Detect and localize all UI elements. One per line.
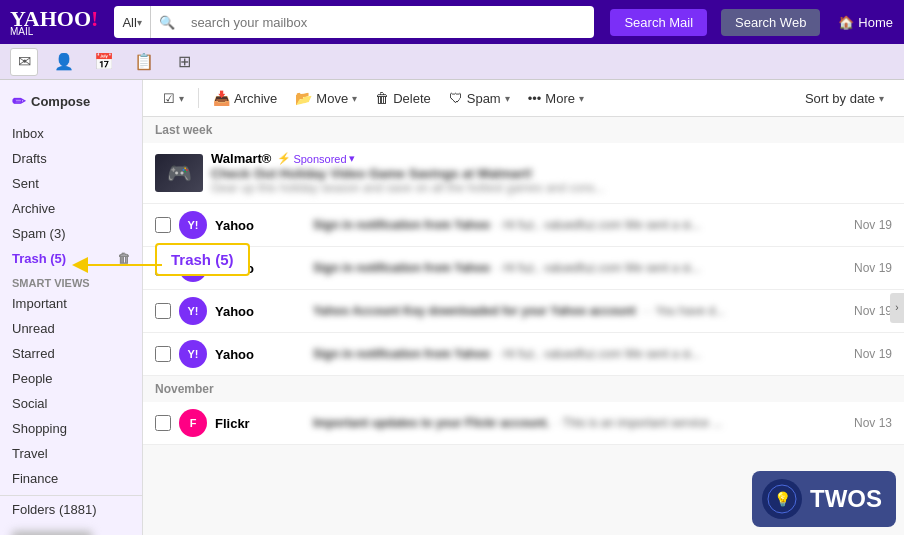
envelope-icon[interactable]: ✉	[10, 48, 38, 76]
date-yahoo4: Nov 19	[842, 347, 892, 361]
walmart-info: Walmart® ⚡ Sponsored ▾ Check Out Holiday…	[211, 151, 892, 195]
sidebar-item-social[interactable]: Social	[0, 391, 142, 416]
subject-yahoo1: Sign in notification from Yahoo · Hi fuz…	[313, 218, 834, 232]
sidebar-item-shopping[interactable]: Shopping	[0, 416, 142, 441]
yahoo-avatar: Y!	[179, 211, 207, 239]
week-label-2: November	[143, 376, 904, 402]
search-input[interactable]	[183, 15, 595, 30]
inbox-label: Inbox	[12, 126, 44, 141]
delete-icon: 🗑	[375, 90, 389, 106]
email-row-flickr[interactable]: F Flickr Important updates to your Flick…	[143, 402, 904, 445]
sidebar-item-account[interactable]	[0, 526, 142, 535]
spam-button[interactable]: 🛡 Spam ▾	[441, 86, 518, 110]
email-checkbox[interactable]	[155, 217, 171, 233]
sidebar-item-finance[interactable]: Finance	[0, 466, 142, 491]
chevron-down-icon: ▾	[579, 93, 584, 104]
icon-bar: ✉ 👤 📅 📋 ⊞	[0, 44, 904, 80]
walmart-thumbnail: 🎮	[155, 154, 203, 192]
folders-label: Folders (1881)	[12, 502, 97, 517]
main-layout: ✏ Compose Inbox Drafts Sent Archive Spam…	[0, 80, 904, 535]
chevron-down-icon: ▾	[137, 17, 142, 28]
sidebar-item-spam[interactable]: Spam (3)	[0, 221, 142, 246]
compose-button[interactable]: ✏ Compose	[0, 86, 142, 117]
travel-label: Travel	[12, 446, 48, 461]
sender-yahoo3: Yahoo	[215, 304, 305, 319]
email-checkbox[interactable]	[155, 415, 171, 431]
sidebar-item-archive[interactable]: Archive	[0, 196, 142, 221]
trash-icon: 🗑	[117, 251, 130, 266]
walmart-preview: Gear up this holiday season and save on …	[211, 181, 892, 195]
archive-button[interactable]: 📥 Archive	[205, 86, 285, 110]
search-bar: All ▾ 🔍	[114, 6, 594, 38]
yahoo-avatar: Y!	[179, 254, 207, 282]
search-mail-button[interactable]: Search Mail	[610, 9, 707, 36]
finance-label: Finance	[12, 471, 58, 486]
email-checkbox[interactable]	[155, 303, 171, 319]
sidebar-item-drafts[interactable]: Drafts	[0, 146, 142, 171]
delete-button[interactable]: 🗑 Delete	[367, 86, 439, 110]
notepad-icon[interactable]: 📋	[130, 48, 158, 76]
flickr-avatar: F	[179, 409, 207, 437]
walmart-sender: Walmart®	[211, 151, 271, 166]
search-icon: 🔍	[151, 15, 183, 30]
select-all-button[interactable]: ☑ ▾	[155, 87, 192, 110]
top-bar: YAHOO! MAIL All ▾ 🔍 Search Mail Search W…	[0, 0, 904, 44]
sidebar-item-people[interactable]: People	[0, 366, 142, 391]
email-row-yahoo1[interactable]: Y! Yahoo Sign in notification from Yahoo…	[143, 204, 904, 247]
sidebar-item-trash[interactable]: Trash (5) 🗑	[0, 246, 142, 271]
people-label: People	[12, 371, 52, 386]
sidebar-item-sent[interactable]: Sent	[0, 171, 142, 196]
sidebar-item-inbox[interactable]: Inbox	[0, 121, 142, 146]
week-label-1: Last week	[143, 117, 904, 143]
yahoo-avatar: Y!	[179, 297, 207, 325]
date-yahoo3: Nov 19	[842, 304, 892, 318]
archive-label: Archive	[234, 91, 277, 106]
chevron-down-icon: ▾	[352, 93, 357, 104]
email-row-yahoo3[interactable]: Y! Yahoo Yahoo Account Key downloaded fo…	[143, 290, 904, 333]
email-row-yahoo4[interactable]: Y! Yahoo Sign in notification from Yahoo…	[143, 333, 904, 376]
yahoo-logo-wrap: YAHOO! MAIL	[10, 8, 98, 37]
date-flickr: Nov 13	[842, 416, 892, 430]
sidebar-item-important[interactable]: Important	[0, 291, 142, 316]
move-button[interactable]: 📂 Move ▾	[287, 86, 365, 110]
email-row-yahoo2[interactable]: Y! Yahoo Sign in notification from Yahoo…	[143, 247, 904, 290]
important-label: Important	[12, 296, 67, 311]
yahoo-mail-sub: MAIL	[10, 26, 98, 37]
grid-icon[interactable]: ⊞	[170, 48, 198, 76]
move-icon: 📂	[295, 90, 312, 106]
unread-label: Unread	[12, 321, 55, 336]
search-web-button[interactable]: Search Web	[721, 9, 820, 36]
more-button[interactable]: ••• More ▾	[520, 87, 592, 110]
search-type-dropdown[interactable]: All ▾	[114, 6, 150, 38]
chevron-down-icon: ▾	[879, 93, 884, 104]
sidebar-item-travel[interactable]: Travel	[0, 441, 142, 466]
email-row-walmart[interactable]: 🎮 Walmart® ⚡ Sponsored ▾ Check Out Holid…	[143, 143, 904, 204]
subject-yahoo2: Sign in notification from Yahoo · Hi fuz…	[313, 261, 834, 275]
social-label: Social	[12, 396, 47, 411]
more-dots-icon: •••	[528, 91, 542, 106]
subject-yahoo4: Sign in notification from Yahoo · Hi fuz…	[313, 347, 834, 361]
sidebar-item-unread[interactable]: Unread	[0, 316, 142, 341]
sidebar-item-starred[interactable]: Starred	[0, 341, 142, 366]
home-button[interactable]: 🏠 Home	[838, 15, 893, 30]
email-checkbox[interactable]	[155, 260, 171, 276]
email-checkbox[interactable]	[155, 346, 171, 362]
toolbar: ☑ ▾ 📥 Archive 📂 Move ▾ 🗑 Delete 🛡 Spam ▾	[143, 80, 904, 117]
search-type-label: All	[122, 15, 136, 30]
subject-yahoo3: Yahoo Account Key downloaded for your Ya…	[313, 304, 834, 318]
spam-icon: 🛡	[449, 90, 463, 106]
content-area: ☑ ▾ 📥 Archive 📂 Move ▾ 🗑 Delete 🛡 Spam ▾	[143, 80, 904, 535]
walmart-subject: Check Out Holiday Video Game Savings at …	[211, 166, 892, 181]
sender-yahoo4: Yahoo	[215, 347, 305, 362]
sender-yahoo2: Yahoo	[215, 261, 305, 276]
drafts-label: Drafts	[12, 151, 47, 166]
sort-button[interactable]: Sort by date ▾	[797, 87, 892, 110]
chevron-down-icon: ▾	[179, 93, 184, 104]
contact-icon[interactable]: 👤	[50, 48, 78, 76]
twos-badge: 💡 TWOS	[752, 471, 896, 527]
trash-label: Trash (5)	[12, 251, 66, 266]
collapse-panel-button[interactable]: ›	[890, 293, 904, 323]
smart-views-title: Smart Views	[0, 271, 142, 291]
sidebar-item-folders[interactable]: Folders (1881)	[0, 495, 142, 522]
calendar-icon[interactable]: 📅	[90, 48, 118, 76]
